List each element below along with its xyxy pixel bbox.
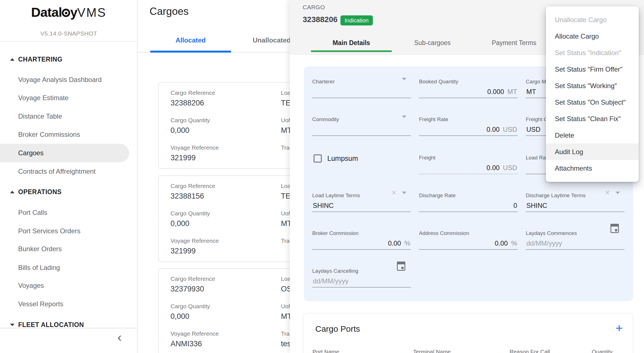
field-label: Broker Commission	[312, 230, 411, 236]
app-logo: DataloyDatalyVMS	[0, 4, 138, 20]
load-laytime-terms-field[interactable]: Load Laytime Terms SHINC ×	[312, 192, 411, 199]
menu-item-delete[interactable]: Delete	[546, 127, 639, 143]
sidebar-item-contracts-of-affreightment[interactable]: Contracts of Affreightment	[0, 162, 138, 181]
sidebar-item-voyage-estimate[interactable]: Voyage Estimate	[0, 89, 138, 107]
field-label: Discharge Rate	[419, 192, 518, 199]
field-unit: %	[404, 239, 410, 247]
card-field-value: 32379930	[171, 284, 215, 293]
menu-item-set-status-on-subject[interactable]: Set Status "On Subject"	[546, 94, 639, 110]
collapse-sidebar-icon[interactable]: ‹	[117, 331, 122, 343]
chevron-down-icon[interactable]	[402, 192, 406, 194]
field-label: Freight	[419, 155, 518, 161]
card-field-value: 0,000	[171, 219, 210, 228]
card-field-label: Cargo Quantity	[171, 210, 210, 217]
field-unit: USD	[503, 164, 517, 172]
field-placeholder: dd/MM/yyyy	[313, 277, 349, 285]
card-field-label: Cargo Reference	[171, 90, 215, 96]
card-field-value: 321999	[171, 246, 219, 255]
cargo-ports-title: Cargo Ports	[315, 324, 360, 334]
section-label: FLEET ALLOCATION	[18, 321, 84, 329]
card-field-label: Cargo Quantity	[171, 117, 210, 124]
field-label: Commodity	[312, 116, 411, 123]
checkbox-icon[interactable]	[314, 154, 322, 163]
section-label: OPERATIONS	[18, 188, 61, 196]
field-value: 0.00	[388, 239, 401, 247]
add-cargo-port-button[interactable]: +	[615, 322, 623, 334]
sidebar-item-distance-table[interactable]: Distance Table	[0, 107, 138, 126]
menu-item-set-status-clean-fix[interactable]: Set Status "Clean Fix"	[546, 110, 639, 127]
menu-item-audit-log[interactable]: Audit Log	[546, 143, 639, 160]
menu-item-set-status-indication: Set Status "Indication"	[546, 44, 639, 61]
menu-item-set-status-firm-offer[interactable]: Set Status "Firm Offer"	[546, 61, 639, 77]
laydays-commences-field[interactable]: Laydays Commences dd/MM/yyyy	[526, 230, 624, 236]
field-unit: MT	[507, 88, 517, 96]
menu-item-set-status-working[interactable]: Set Status "Working"	[546, 77, 639, 94]
collapse-up-icon	[10, 58, 15, 61]
field-value: 0.00	[487, 126, 500, 133]
menu-item-allocate-cargo[interactable]: Allocate Cargo	[546, 28, 639, 44]
field-label: Charterer	[312, 79, 411, 85]
field-label: Booked Quantity	[419, 79, 518, 85]
collapse-up-icon	[10, 191, 15, 193]
sidebar-item-bills-of-lading[interactable]: Bills of Lading	[0, 258, 138, 277]
sidebar-item-bunker-orders[interactable]: Bunker Orders	[0, 240, 138, 258]
broker-commission-field[interactable]: Broker Commission 0.00%	[312, 230, 411, 236]
app-version: V5.14.0-SNAPSHOT	[0, 30, 138, 37]
menu-item-attachments[interactable]: Attachments	[546, 160, 639, 176]
sidebar-item-voyages[interactable]: Voyages	[0, 276, 138, 295]
card-field-label: Cargo Reference	[171, 276, 215, 282]
card-field-label: Voyage Reference	[171, 237, 219, 244]
chevron-down-icon[interactable]	[615, 192, 620, 194]
field-unit: USD	[503, 126, 517, 133]
discharge-rate-field[interactable]: Discharge Rate 0	[419, 192, 518, 199]
sidebar: DataloyDatalyVMS V5.14.0-SNAPSHOT CHARTE…	[0, 0, 138, 353]
discharge-laytime-terms-field[interactable]: Discharge Laytime Terms SHINC ×	[526, 192, 624, 199]
card-field-value: 0,000	[171, 312, 210, 321]
tab-allocated[interactable]: Allocated	[150, 36, 231, 44]
field-value: 0	[513, 202, 517, 210]
field-value: MT	[526, 88, 536, 96]
clear-icon[interactable]: ×	[391, 188, 396, 197]
logo-text-primary: DataloyDataly	[31, 5, 77, 20]
calendar-icon[interactable]	[397, 262, 405, 271]
column-header-reason-for-call: Reason For Call	[510, 349, 550, 353]
tab-sub-cargoes[interactable]: Sub-cargoes	[392, 39, 473, 47]
field-placeholder: dd/MM/yyyy	[526, 239, 562, 247]
cargo-reference-heading: 32388206	[303, 15, 338, 24]
freight-rate-field[interactable]: Freight Rate 0.00USD	[419, 116, 518, 123]
card-field-value: ANMI336	[171, 339, 219, 348]
cargo-ports-section: Cargo Ports + Port Name Terminal Name Re…	[303, 313, 633, 353]
tab-main-details[interactable]: Main Details	[311, 39, 392, 47]
field-value: 0.00	[487, 164, 500, 172]
sidebar-item-port-services-orders[interactable]: Port Services Orders	[0, 222, 138, 240]
sidebar-section-chartering[interactable]: CHARTERING	[0, 55, 138, 64]
tab-payment-terms[interactable]: Payment Terms	[473, 39, 555, 47]
sidebar-item-broker-commissions[interactable]: Broker Commissions	[0, 125, 138, 144]
sidebar-item-vessel-reports[interactable]: Vessel Reports	[0, 295, 138, 313]
card-field-label: Cargo Quantity	[171, 303, 210, 310]
field-value: 0.000	[487, 88, 504, 96]
field-value: 0.00	[495, 239, 508, 247]
sidebar-item-voyage-analysis-dashboard[interactable]: Voyage Analysis Dashboard	[0, 70, 138, 89]
chevron-down-icon[interactable]	[402, 116, 406, 118]
sidebar-divider	[0, 41, 138, 42]
sidebar-item-port-calls[interactable]: Port Calls	[0, 203, 138, 222]
commodity-field[interactable]: Commodity	[312, 116, 411, 123]
freight-field[interactable]: Freight 0.00USD	[419, 155, 518, 161]
sidebar-footer: ‹	[0, 328, 137, 353]
address-commission-field[interactable]: Address Commission 0.00%	[419, 230, 518, 236]
booked-quantity-field[interactable]: Booked Quantity 0.000MT	[419, 79, 518, 85]
active-panel-tab-underline	[311, 50, 392, 52]
charterer-field[interactable]: Charterer	[312, 79, 411, 85]
column-header-quantity: Quantity	[592, 349, 612, 353]
page-title: Cargoes	[150, 6, 189, 17]
field-label: Address Commission	[419, 230, 518, 236]
laydays-cancelling-field[interactable]: Laydays Cancelling dd/MM/yyyy	[312, 268, 411, 274]
lumpsum-checkbox[interactable]: Lumpsum	[314, 154, 358, 163]
sidebar-item-cargoes[interactable]: Cargoes	[0, 144, 138, 162]
clear-icon[interactable]: ×	[605, 188, 610, 197]
calendar-icon[interactable]	[610, 224, 619, 233]
panel-kicker: CARGO	[303, 4, 325, 11]
sidebar-section-operations[interactable]: OPERATIONS	[0, 187, 138, 196]
chevron-down-icon[interactable]	[402, 78, 406, 80]
